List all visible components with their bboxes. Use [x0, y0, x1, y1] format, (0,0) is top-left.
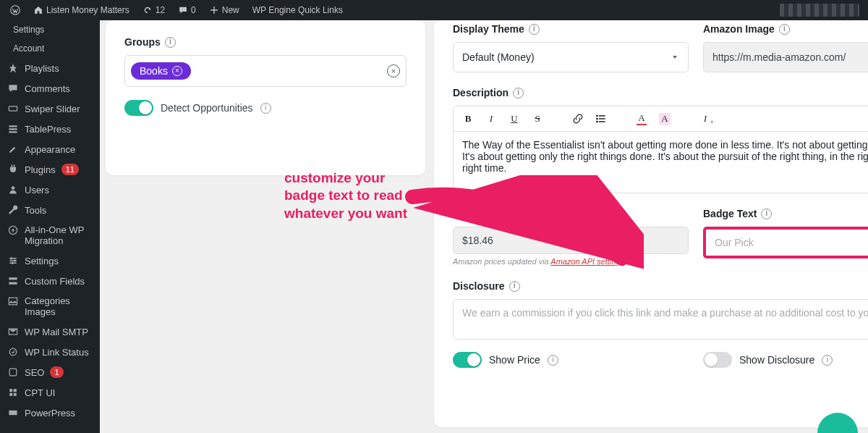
sidebar-item-custom-fields[interactable]: Custom Fields [0, 271, 100, 291]
rich-text-toolbar: B I U S A A I× [453, 106, 868, 131]
link-icon [7, 346, 19, 358]
link-button[interactable] [571, 111, 585, 127]
show-disclosure-toggle[interactable] [703, 352, 732, 368]
sidebar-sub-account[interactable]: Account [0, 39, 100, 58]
user-account-blurred[interactable] [780, 4, 859, 17]
wordpress-icon [10, 5, 20, 15]
show-price-label: Show Price [489, 354, 540, 366]
migration-icon [7, 224, 19, 236]
sidebar-item-appearance[interactable]: Appearance [0, 139, 100, 159]
svg-rect-16 [14, 393, 17, 396]
info-icon[interactable]: i [779, 24, 790, 35]
fields-icon [7, 275, 19, 287]
underline-button[interactable]: U [507, 111, 522, 127]
svg-rect-17 [9, 411, 17, 415]
badge-text-input[interactable] [703, 227, 868, 258]
seo-update-count: 1 [50, 366, 63, 378]
wp-logo[interactable] [6, 0, 25, 20]
show-price-toggle[interactable] [453, 352, 482, 368]
svg-point-19 [596, 118, 597, 119]
sidebar-item-settings[interactable]: Settings [0, 251, 100, 271]
disclosure-label: Disclosure i [453, 280, 868, 292]
wp-admin-sidebar: Settings Account Playlists Comments Swip… [0, 20, 100, 433]
wp-admin-bar: Listen Money Matters 12 0 New WP Engine … [0, 0, 868, 20]
wpengine-link[interactable]: WP Engine Quick Links [248, 0, 347, 20]
disclosure-textarea[interactable] [453, 299, 868, 340]
theme-select[interactable]: Default (Money) [453, 42, 689, 72]
svg-point-6 [12, 262, 14, 264]
powerpress-icon [7, 407, 19, 419]
info-icon[interactable]: i [761, 209, 772, 219]
info-icon[interactable]: i [260, 103, 271, 114]
italic-button[interactable]: I [484, 111, 498, 127]
svg-rect-9 [9, 298, 17, 305]
comment-icon [178, 5, 188, 15]
detect-opportunities-label: Detect Opportunities [161, 102, 253, 114]
strike-button[interactable]: S [530, 111, 545, 127]
description-label: Description i [453, 87, 868, 98]
sidebar-item-comments[interactable]: Comments [0, 78, 100, 98]
info-icon[interactable]: i [822, 355, 833, 366]
new-content-link[interactable]: New [205, 0, 244, 20]
site-name-link[interactable]: Listen Money Matters [29, 0, 134, 20]
svg-rect-7 [9, 277, 17, 279]
svg-point-2 [12, 186, 15, 190]
list-button[interactable] [594, 111, 608, 127]
groups-label: Groups i [124, 36, 407, 48]
font-color-button[interactable]: A [634, 111, 649, 127]
amazon-image-url [703, 42, 868, 72]
groups-input[interactable]: Books × × [124, 55, 407, 87]
home-icon [33, 5, 43, 15]
detect-opportunities-toggle[interactable] [124, 100, 153, 116]
svg-point-20 [596, 121, 597, 122]
svg-point-11 [9, 348, 17, 356]
annotation-text: customize your badge text to read whatev… [284, 169, 414, 222]
info-icon[interactable]: i [529, 24, 540, 35]
mail-icon [7, 326, 19, 337]
comment-icon [7, 83, 19, 94]
sidebar-item-users[interactable]: Users [0, 180, 100, 200]
sidebar-item-plugins[interactable]: Plugins 11 [0, 159, 100, 180]
sidebar-item-swiper[interactable]: Swiper Slider [0, 98, 100, 119]
sidebar-item-wp-mail[interactable]: WP Mail SMTP [0, 321, 100, 342]
svg-rect-12 [9, 369, 17, 376]
user-icon [7, 184, 19, 196]
sidebar-item-cpt-ui[interactable]: CPT UI [0, 382, 100, 403]
comments-link[interactable]: 0 [174, 0, 200, 20]
sidebar-item-playlists[interactable]: Playlists [0, 58, 100, 78]
image-icon [7, 295, 19, 307]
sidebar-item-tablepress[interactable]: TablePress [0, 119, 100, 139]
sidebar-item-link-status[interactable]: WP Link Status [0, 342, 100, 362]
chevron-down-icon [671, 53, 679, 62]
info-icon[interactable]: i [548, 355, 558, 366]
site-name: Listen Money Matters [46, 5, 129, 15]
info-icon[interactable]: i [165, 37, 176, 48]
sidebar-item-cat-images[interactable]: Categories Images [0, 291, 100, 321]
amazon-image-label: Amazon Image i [703, 23, 868, 35]
cpt-icon [7, 387, 19, 398]
svg-rect-13 [9, 389, 12, 392]
clear-groups-icon[interactable]: × [387, 64, 400, 77]
sidebar-sub-settings[interactable]: Settings [0, 20, 100, 39]
brush-icon [7, 143, 19, 155]
info-icon[interactable]: i [509, 281, 520, 292]
bold-button[interactable]: B [461, 111, 475, 127]
group-chip-books[interactable]: Books × [131, 62, 191, 80]
show-disclosure-label: Show Disclosure [739, 354, 814, 366]
sidebar-item-tools[interactable]: Tools [0, 200, 100, 220]
svg-point-4 [10, 257, 12, 259]
clear-format-button[interactable]: I× [698, 111, 712, 127]
badge-text-label: Badge Text i [703, 208, 868, 219]
chip-remove-icon[interactable]: × [172, 66, 182, 76]
updates-link[interactable]: 12 [138, 0, 169, 20]
info-icon[interactable]: i [513, 88, 524, 98]
sidebar-item-seo[interactable]: SEO 1 [0, 362, 100, 382]
svg-point-5 [14, 259, 16, 261]
svg-rect-1 [9, 106, 17, 111]
sidebar-item-aio-migration[interactable]: All-in-One WP Migration [0, 220, 100, 251]
annotation-arrow [405, 175, 644, 277]
sidebar-item-powerpress[interactable]: PowerPress [0, 403, 100, 423]
plus-icon [209, 5, 219, 15]
font-bg-button[interactable]: A [658, 111, 672, 127]
table-icon [7, 123, 19, 135]
